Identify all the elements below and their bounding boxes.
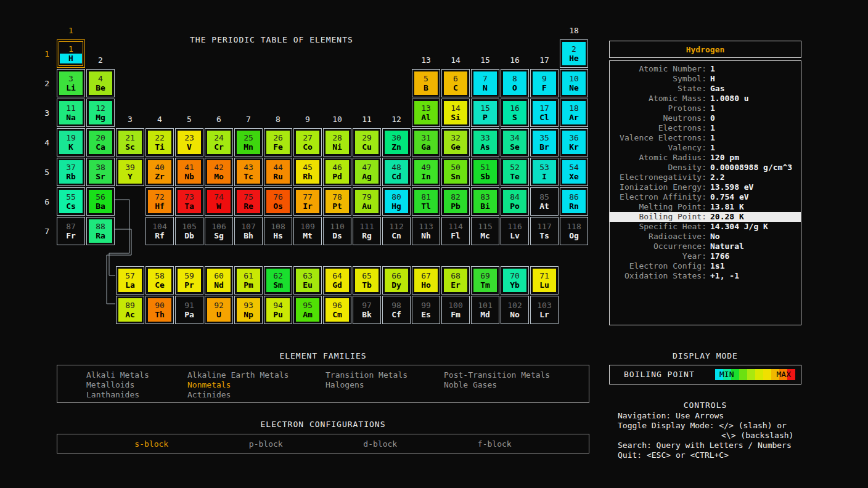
element-cell-Ta[interactable]: 73Ta (175, 187, 203, 216)
element-cell-Ne[interactable]: 10Ne (560, 69, 588, 97)
element-cell-Pr[interactable]: 59Pr (175, 266, 203, 295)
element-cell-Si[interactable]: 14Si (441, 99, 470, 127)
element-cell-N[interactable]: 7N (471, 69, 499, 97)
element-cell-Nd[interactable]: 60Nd (205, 266, 233, 295)
family-item-halogens[interactable]: Halogens (326, 380, 364, 390)
element-cell-Rg[interactable]: 111Rg (353, 217, 381, 245)
element-cell-Pb[interactable]: 82Pb (441, 187, 470, 216)
element-cell-H[interactable]: 1H (57, 39, 85, 68)
element-cell-Er[interactable]: 68Er (441, 266, 470, 295)
element-cell-Sm[interactable]: 62Sm (264, 266, 292, 295)
element-cell-B[interactable]: 5B (412, 69, 440, 97)
element-cell-Hg[interactable]: 80Hg (382, 187, 411, 216)
element-cell-Br[interactable]: 35Br (530, 128, 559, 157)
element-cell-At[interactable]: 85At (530, 187, 559, 216)
element-cell-Ts[interactable]: 117Ts (530, 217, 559, 245)
element-cell-Dy[interactable]: 66Dy (382, 266, 411, 295)
element-cell-Bi[interactable]: 83Bi (471, 187, 499, 216)
config-item-s-block[interactable]: s-block (94, 439, 209, 449)
config-item-p-block[interactable]: p-block (209, 439, 324, 449)
element-cell-Mo[interactable]: 42Mo (205, 158, 233, 186)
family-item-noble-gases[interactable]: Noble Gases (444, 380, 497, 390)
config-item-d-block[interactable]: d-block (323, 439, 438, 449)
element-cell-Rb[interactable]: 37Rb (57, 158, 85, 186)
element-cell-Db[interactable]: 105Db (175, 217, 203, 245)
config-item-f-block[interactable]: f-block (438, 439, 552, 449)
element-cell-Bk[interactable]: 97Bk (353, 296, 381, 324)
element-cell-Pm[interactable]: 61Pm (234, 266, 263, 295)
element-cell-Fr[interactable]: 87Fr (57, 217, 85, 245)
element-cell-I[interactable]: 53I (530, 158, 559, 186)
element-cell-Re[interactable]: 75Re (234, 187, 263, 216)
element-cell-P[interactable]: 15P (471, 99, 499, 127)
element-cell-O[interactable]: 8O (501, 69, 529, 97)
element-cell-Og[interactable]: 118Og (560, 217, 588, 245)
element-cell-Ca[interactable]: 20Ca (86, 128, 115, 157)
element-cell-Cd[interactable]: 48Cd (382, 158, 411, 186)
family-item-actinides[interactable]: Actinides (187, 390, 231, 400)
element-cell-Cu[interactable]: 29Cu (353, 128, 381, 157)
element-cell-Sc[interactable]: 21Sc (116, 128, 144, 157)
element-cell-Kr[interactable]: 36Kr (560, 128, 588, 157)
element-cell-Lu[interactable]: 71Lu (530, 266, 559, 295)
element-cell-Yb[interactable]: 70Yb (501, 266, 529, 295)
element-cell-Hf[interactable]: 72Hf (145, 187, 174, 216)
family-item-transition-metals[interactable]: Transition Metals (326, 370, 407, 380)
element-cell-Sr[interactable]: 38Sr (86, 158, 115, 186)
element-cell-S[interactable]: 16S (501, 99, 529, 127)
element-cell-Mn[interactable]: 25Mn (234, 128, 263, 157)
element-cell-Te[interactable]: 52Te (501, 158, 529, 186)
element-cell-Cm[interactable]: 96Cm (323, 296, 351, 324)
element-cell-Rf[interactable]: 104Rf (145, 217, 174, 245)
element-cell-Fm[interactable]: 100Fm (441, 296, 470, 324)
element-cell-Bh[interactable]: 107Bh (234, 217, 263, 245)
element-cell-Md[interactable]: 101Md (471, 296, 499, 324)
element-cell-Se[interactable]: 34Se (501, 128, 529, 157)
element-cell-Th[interactable]: 90Th (145, 296, 174, 324)
element-cell-Li[interactable]: 3Li (57, 69, 85, 97)
element-cell-Np[interactable]: 93Np (234, 296, 263, 324)
element-cell-Ti[interactable]: 22Ti (145, 128, 174, 157)
element-cell-Sg[interactable]: 106Sg (205, 217, 233, 245)
element-cell-Rh[interactable]: 45Rh (293, 158, 322, 186)
element-cell-K[interactable]: 19K (57, 128, 85, 157)
element-cell-Na[interactable]: 11Na (57, 99, 85, 127)
element-cell-Mg[interactable]: 12Mg (86, 99, 115, 127)
family-item-post-transition-metals[interactable]: Post-Transition Metals (444, 370, 550, 380)
element-cell-Nh[interactable]: 113Nh (412, 217, 440, 245)
element-cell-He[interactable]: 2He (560, 39, 588, 68)
element-cell-W[interactable]: 74W (205, 187, 233, 216)
element-cell-Tc[interactable]: 43Tc (234, 158, 263, 186)
element-cell-Lr[interactable]: 103Lr (530, 296, 559, 324)
element-cell-Os[interactable]: 76Os (264, 187, 292, 216)
element-cell-Rn[interactable]: 86Rn (560, 187, 588, 216)
element-cell-Ga[interactable]: 31Ga (412, 128, 440, 157)
element-cell-Ce[interactable]: 58Ce (145, 266, 174, 295)
element-cell-Ge[interactable]: 32Ge (441, 128, 470, 157)
element-cell-Zn[interactable]: 30Zn (382, 128, 411, 157)
element-cell-Fe[interactable]: 26Fe (264, 128, 292, 157)
element-cell-Ra[interactable]: 88Ra (86, 217, 115, 245)
element-cell-Fl[interactable]: 114Fl (441, 217, 470, 245)
element-cell-Pu[interactable]: 94Pu (264, 296, 292, 324)
element-cell-Cf[interactable]: 98Cf (382, 296, 411, 324)
family-item-alkaline-earth-metals[interactable]: Alkaline Earth Metals (187, 370, 289, 380)
element-cell-Pt[interactable]: 78Pt (323, 187, 351, 216)
element-cell-Zr[interactable]: 40Zr (145, 158, 174, 186)
element-cell-Be[interactable]: 4Be (86, 69, 115, 97)
element-cell-Tb[interactable]: 65Tb (353, 266, 381, 295)
family-item-nonmetals[interactable]: Nonmetals (187, 380, 231, 390)
element-cell-Pd[interactable]: 46Pd (323, 158, 351, 186)
element-cell-Tm[interactable]: 69Tm (471, 266, 499, 295)
element-cell-Mc[interactable]: 115Mc (471, 217, 499, 245)
family-item-lanthanides[interactable]: Lanthanides (86, 390, 139, 400)
element-cell-Ds[interactable]: 110Ds (323, 217, 351, 245)
element-cell-Ni[interactable]: 28Ni (323, 128, 351, 157)
element-cell-Cn[interactable]: 112Cn (382, 217, 411, 245)
element-cell-Lv[interactable]: 116Lv (501, 217, 529, 245)
element-cell-Po[interactable]: 84Po (501, 187, 529, 216)
element-cell-U[interactable]: 92U (205, 296, 233, 324)
element-cell-Mt[interactable]: 109Mt (293, 217, 322, 245)
element-cell-Ir[interactable]: 77Ir (293, 187, 322, 216)
element-cell-Pa[interactable]: 91Pa (175, 296, 203, 324)
